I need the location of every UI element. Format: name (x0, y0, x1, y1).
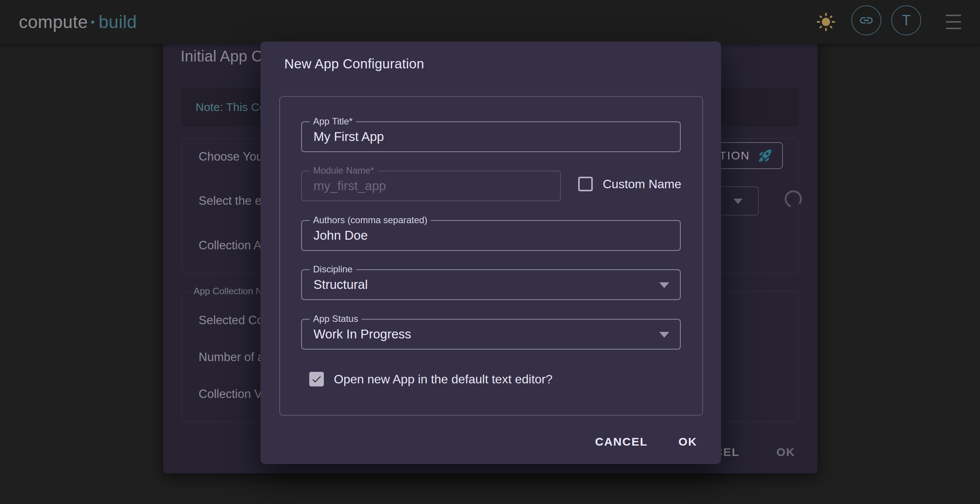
step-label-select: Select the e (199, 194, 262, 208)
collection-info-version: Collection Va (199, 387, 268, 401)
collection-info-selected: Selected Col (199, 313, 266, 327)
dialog-title: New App Configuration (284, 56, 424, 71)
background-ok-button[interactable]: OK (776, 446, 795, 459)
menu-bar-icon (946, 15, 961, 16)
rocket-icon (758, 148, 773, 163)
collection-info-count: Number of a (199, 350, 264, 364)
theme-toggle-button[interactable] (814, 10, 838, 34)
authors-value: John Doe (313, 228, 368, 243)
custom-name-checkbox-row[interactable]: Custom Name (578, 177, 682, 191)
app-status-label: App Status (310, 313, 361, 324)
app-title-field[interactable]: App Title* My First App (301, 121, 681, 152)
checkbox-unchecked-icon[interactable] (578, 177, 593, 191)
module-name-value: my_first_app (313, 179, 386, 193)
logo-separator-dot: · (90, 12, 96, 32)
app-title-label: App Title* (310, 116, 356, 127)
app-root: Initial App C Note: This Co Choose You S… (0, 0, 980, 504)
app-status-select[interactable]: App Status Work In Progress (301, 319, 681, 350)
ok-button[interactable]: OK (668, 429, 707, 455)
sun-icon (816, 12, 836, 32)
link-icon (859, 13, 874, 28)
app-logo: compute · build (19, 0, 137, 44)
open-editor-checkbox-label: Open new App in the default text editor? (334, 372, 552, 386)
discipline-value: Structural (313, 277, 368, 292)
app-status-value: Work In Progress (313, 327, 411, 342)
step-label-collection: Collection A (199, 239, 262, 252)
share-link-button[interactable] (851, 5, 881, 35)
user-avatar-button[interactable]: T (891, 5, 921, 35)
app-title-value: My First App (313, 129, 384, 144)
logo-text-compute: compute (19, 12, 88, 32)
cancel-button[interactable]: CANCEL (585, 429, 658, 455)
module-name-label: Module Name* (310, 165, 378, 176)
app-collection-fieldset-label: App Collection N (190, 286, 266, 297)
dropdown-arrow-icon (659, 332, 669, 338)
dialog-actions: CANCEL OK (585, 428, 707, 456)
chevron-down-icon (733, 199, 743, 204)
logo-text-build: build (99, 12, 137, 32)
open-editor-checkbox-row[interactable]: Open new App in the default text editor? (309, 372, 552, 386)
step-label-choose: Choose You (199, 150, 263, 164)
custom-name-checkbox-label: Custom Name (603, 177, 682, 191)
hamburger-menu-button[interactable] (944, 13, 963, 31)
new-app-configuration-dialog: New App Configuration App Title* My Firs… (260, 41, 721, 464)
menu-bar-icon (946, 28, 961, 29)
loading-spinner-icon (784, 190, 803, 210)
note-text: Note: This Co (196, 101, 266, 114)
avatar-letter: T (902, 12, 910, 29)
discipline-select[interactable]: Discipline Structural (301, 269, 681, 300)
discipline-label: Discipline (310, 264, 356, 275)
module-name-field: Module Name* my_first_app (301, 171, 561, 201)
checkbox-checked-icon[interactable] (309, 372, 324, 386)
topbar: compute · build T (0, 0, 980, 44)
menu-bar-icon (946, 21, 961, 23)
page-title: Initial App C (181, 48, 262, 65)
dropdown-arrow-icon (659, 282, 669, 288)
authors-label: Authors (comma separated) (310, 215, 431, 225)
authors-field[interactable]: Authors (comma separated) John Doe (301, 220, 681, 251)
